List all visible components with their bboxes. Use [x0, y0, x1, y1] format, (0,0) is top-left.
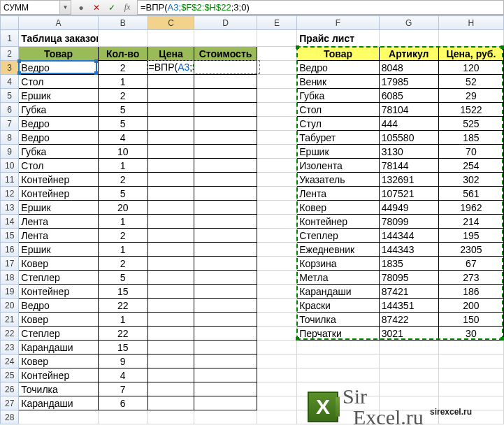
cell-H4[interactable]: 52 — [438, 75, 503, 89]
cell-F13[interactable]: Ковер — [297, 201, 379, 215]
cancel-icon[interactable]: ✕ — [91, 3, 102, 13]
row-header-15[interactable]: 15 — [1, 229, 19, 243]
cell-F8[interactable]: Табурет — [297, 131, 379, 145]
cell-F22[interactable]: Перчатки — [297, 327, 379, 341]
cell-D14[interactable] — [194, 215, 257, 229]
cell-C2[interactable]: Цена — [147, 47, 194, 61]
cell-C20[interactable] — [147, 299, 194, 313]
cell-E19[interactable] — [257, 285, 297, 299]
cell-G19[interactable]: 87421 — [379, 285, 438, 299]
col-E[interactable]: E — [257, 16, 297, 30]
row-header-26[interactable]: 26 — [1, 382, 19, 396]
cell-G23[interactable] — [379, 341, 438, 355]
cell-B12[interactable]: 5 — [98, 187, 147, 201]
cell-B17[interactable]: 2 — [98, 257, 147, 271]
cell-D21[interactable] — [194, 313, 257, 327]
formula-input[interactable]: =ВПР(A3;$F$2:$H$22;3;0) — [137, 0, 504, 15]
cell-G11[interactable]: 132691 — [379, 173, 438, 187]
row-header-25[interactable]: 25 — [1, 368, 19, 382]
cell-H9[interactable]: 70 — [438, 145, 503, 159]
cell-B3[interactable]: 2 — [98, 61, 147, 75]
cell-H13[interactable]: 1962 — [438, 201, 503, 215]
cell-G2[interactable]: Артикул — [379, 47, 438, 61]
cell-H21[interactable]: 150 — [438, 313, 503, 327]
cell-D6[interactable] — [194, 103, 257, 117]
cell-E28[interactable] — [257, 410, 297, 424]
cell-A9[interactable]: Губка — [19, 145, 98, 159]
cell-H6[interactable]: 1522 — [438, 103, 503, 117]
cell-G7[interactable]: 444 — [379, 117, 438, 131]
cell-C24[interactable] — [147, 355, 194, 368]
cell-F20[interactable]: Краски — [297, 299, 379, 313]
cell-A25[interactable]: Контейнер — [19, 368, 98, 382]
cell-A23[interactable]: Карандаши — [19, 341, 98, 355]
cell-C1[interactable] — [147, 30, 194, 47]
cell-D20[interactable] — [194, 299, 257, 313]
cell-A10[interactable]: Стол — [19, 159, 98, 173]
select-all-corner[interactable] — [1, 16, 19, 30]
cell-B19[interactable]: 15 — [98, 285, 147, 299]
cell-A26[interactable]: Точилка — [19, 382, 98, 396]
cell-B10[interactable]: 1 — [98, 159, 147, 173]
cell-F2[interactable]: Товар — [297, 47, 379, 61]
cell-E13[interactable] — [257, 201, 297, 215]
cell-H18[interactable]: 273 — [438, 271, 503, 285]
cell-D25[interactable] — [194, 368, 257, 382]
cell-H7[interactable]: 525 — [438, 117, 503, 131]
cell-D19[interactable] — [194, 285, 257, 299]
cell-D4[interactable] — [194, 75, 257, 89]
range-icon[interactable]: ● — [75, 3, 87, 13]
name-box[interactable]: СУММ ▼ — [0, 0, 71, 15]
cell-B18[interactable]: 5 — [98, 271, 147, 285]
cell-D17[interactable] — [194, 257, 257, 271]
cell-A18[interactable]: Степлер — [19, 271, 98, 285]
row-header-4[interactable]: 4 — [1, 75, 19, 89]
cell-E11[interactable] — [257, 173, 297, 187]
cell-F16[interactable]: Ежедневник — [297, 243, 379, 257]
cell-F23[interactable] — [297, 341, 379, 355]
cell-B15[interactable]: 2 — [98, 229, 147, 243]
cell-H22[interactable]: 30 — [438, 327, 503, 341]
cell-G24[interactable] — [379, 355, 438, 368]
cell-G3[interactable]: 8048 — [379, 61, 438, 75]
cell-F1[interactable]: Прайс лист — [297, 30, 379, 47]
accept-icon[interactable]: ✓ — [106, 3, 117, 13]
cell-H16[interactable]: 2305 — [438, 243, 503, 257]
cell-F10[interactable]: Изолента — [297, 159, 379, 173]
cell-E18[interactable] — [257, 271, 297, 285]
cell-C10[interactable] — [147, 159, 194, 173]
cell-G6[interactable]: 78104 — [379, 103, 438, 117]
cell-H3[interactable]: 120 — [438, 61, 503, 75]
cell-E25[interactable] — [257, 368, 297, 382]
cell-D3[interactable] — [194, 61, 257, 75]
cell-E2[interactable] — [257, 47, 297, 61]
cell-E21[interactable] — [257, 313, 297, 327]
col-G[interactable]: G — [379, 16, 438, 30]
cell-B13[interactable]: 20 — [98, 201, 147, 215]
cell-H10[interactable]: 254 — [438, 159, 503, 173]
cell-F7[interactable]: Стул — [297, 117, 379, 131]
cell-E6[interactable] — [257, 103, 297, 117]
cell-D27[interactable] — [194, 396, 257, 410]
cell-F14[interactable]: Контейнер — [297, 215, 379, 229]
cell-F17[interactable]: Корзина — [297, 257, 379, 271]
cell-C23[interactable] — [147, 341, 194, 355]
cell-B11[interactable]: 2 — [98, 173, 147, 187]
col-B[interactable]: B — [98, 16, 147, 30]
cell-H1[interactable] — [438, 30, 503, 47]
cell-G15[interactable]: 144344 — [379, 229, 438, 243]
cell-B2[interactable]: Кол-во — [98, 47, 147, 61]
fx-icon[interactable]: fx — [122, 2, 133, 13]
cell-A21[interactable]: Ковер — [19, 313, 98, 327]
row-header-24[interactable]: 24 — [1, 355, 19, 368]
cell-C3[interactable]: =ВПР(A3;$F$2:$H$22;3;0) — [147, 61, 194, 75]
cell-G9[interactable]: 3130 — [379, 145, 438, 159]
row-header-12[interactable]: 12 — [1, 187, 19, 201]
row-header-3[interactable]: 3 — [1, 61, 19, 75]
cell-D11[interactable] — [194, 173, 257, 187]
col-H[interactable]: H — [438, 16, 503, 30]
cell-D18[interactable] — [194, 271, 257, 285]
cell-C27[interactable] — [147, 396, 194, 410]
cell-H14[interactable]: 214 — [438, 215, 503, 229]
cell-C8[interactable] — [147, 131, 194, 145]
